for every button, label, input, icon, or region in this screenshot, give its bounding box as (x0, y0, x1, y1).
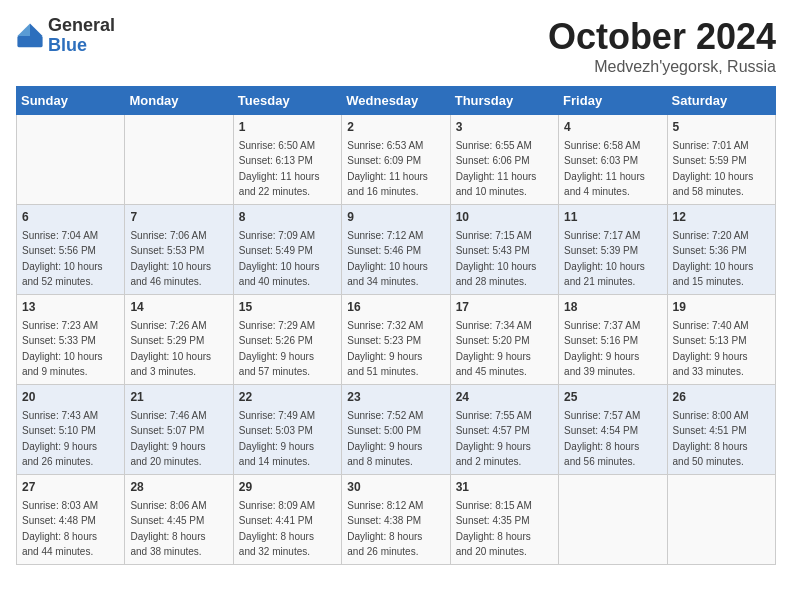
day-number: 6 (22, 209, 119, 226)
day-cell: 11Sunrise: 7:17 AM Sunset: 5:39 PM Dayli… (559, 205, 667, 295)
calendar-table: Sunday Monday Tuesday Wednesday Thursday… (16, 86, 776, 565)
week-row-2: 6Sunrise: 7:04 AM Sunset: 5:56 PM Daylig… (17, 205, 776, 295)
day-cell: 13Sunrise: 7:23 AM Sunset: 5:33 PM Dayli… (17, 295, 125, 385)
day-number: 8 (239, 209, 336, 226)
day-cell (125, 115, 233, 205)
day-cell: 26Sunrise: 8:00 AM Sunset: 4:51 PM Dayli… (667, 385, 775, 475)
col-tuesday: Tuesday (233, 87, 341, 115)
day-info: Sunrise: 7:43 AM Sunset: 5:10 PM Dayligh… (22, 410, 98, 468)
col-friday: Friday (559, 87, 667, 115)
day-info: Sunrise: 7:01 AM Sunset: 5:59 PM Dayligh… (673, 140, 754, 198)
day-cell: 6Sunrise: 7:04 AM Sunset: 5:56 PM Daylig… (17, 205, 125, 295)
day-cell (559, 475, 667, 565)
day-cell: 27Sunrise: 8:03 AM Sunset: 4:48 PM Dayli… (17, 475, 125, 565)
col-saturday: Saturday (667, 87, 775, 115)
day-cell: 29Sunrise: 8:09 AM Sunset: 4:41 PM Dayli… (233, 475, 341, 565)
day-cell: 30Sunrise: 8:12 AM Sunset: 4:38 PM Dayli… (342, 475, 450, 565)
day-cell: 17Sunrise: 7:34 AM Sunset: 5:20 PM Dayli… (450, 295, 558, 385)
day-info: Sunrise: 7:49 AM Sunset: 5:03 PM Dayligh… (239, 410, 315, 468)
day-number: 7 (130, 209, 227, 226)
title-month: October 2024 (548, 16, 776, 58)
day-info: Sunrise: 6:58 AM Sunset: 6:03 PM Dayligh… (564, 140, 645, 198)
svg-rect-2 (17, 36, 42, 47)
day-info: Sunrise: 7:12 AM Sunset: 5:46 PM Dayligh… (347, 230, 428, 288)
day-number: 2 (347, 119, 444, 136)
header: General Blue October 2024 Medvezh'yegors… (16, 16, 776, 76)
day-cell: 7Sunrise: 7:06 AM Sunset: 5:53 PM Daylig… (125, 205, 233, 295)
logo: General Blue (16, 16, 115, 56)
day-cell: 2Sunrise: 6:53 AM Sunset: 6:09 PM Daylig… (342, 115, 450, 205)
week-row-3: 13Sunrise: 7:23 AM Sunset: 5:33 PM Dayli… (17, 295, 776, 385)
day-number: 18 (564, 299, 661, 316)
day-number: 29 (239, 479, 336, 496)
day-info: Sunrise: 7:09 AM Sunset: 5:49 PM Dayligh… (239, 230, 320, 288)
day-cell: 5Sunrise: 7:01 AM Sunset: 5:59 PM Daylig… (667, 115, 775, 205)
day-number: 1 (239, 119, 336, 136)
day-cell: 23Sunrise: 7:52 AM Sunset: 5:00 PM Dayli… (342, 385, 450, 475)
day-number: 11 (564, 209, 661, 226)
day-cell: 31Sunrise: 8:15 AM Sunset: 4:35 PM Dayli… (450, 475, 558, 565)
day-number: 20 (22, 389, 119, 406)
day-number: 31 (456, 479, 553, 496)
day-cell: 15Sunrise: 7:29 AM Sunset: 5:26 PM Dayli… (233, 295, 341, 385)
day-info: Sunrise: 7:34 AM Sunset: 5:20 PM Dayligh… (456, 320, 532, 378)
day-cell: 19Sunrise: 7:40 AM Sunset: 5:13 PM Dayli… (667, 295, 775, 385)
week-row-5: 27Sunrise: 8:03 AM Sunset: 4:48 PM Dayli… (17, 475, 776, 565)
day-cell: 16Sunrise: 7:32 AM Sunset: 5:23 PM Dayli… (342, 295, 450, 385)
day-info: Sunrise: 7:29 AM Sunset: 5:26 PM Dayligh… (239, 320, 315, 378)
day-number: 3 (456, 119, 553, 136)
day-info: Sunrise: 7:37 AM Sunset: 5:16 PM Dayligh… (564, 320, 640, 378)
day-cell: 12Sunrise: 7:20 AM Sunset: 5:36 PM Dayli… (667, 205, 775, 295)
day-cell: 28Sunrise: 8:06 AM Sunset: 4:45 PM Dayli… (125, 475, 233, 565)
col-monday: Monday (125, 87, 233, 115)
logo-text: General Blue (48, 16, 115, 56)
day-number: 21 (130, 389, 227, 406)
svg-marker-0 (30, 23, 43, 36)
day-cell: 3Sunrise: 6:55 AM Sunset: 6:06 PM Daylig… (450, 115, 558, 205)
day-info: Sunrise: 7:04 AM Sunset: 5:56 PM Dayligh… (22, 230, 103, 288)
day-number: 28 (130, 479, 227, 496)
day-number: 25 (564, 389, 661, 406)
header-row: Sunday Monday Tuesday Wednesday Thursday… (17, 87, 776, 115)
week-row-1: 1Sunrise: 6:50 AM Sunset: 6:13 PM Daylig… (17, 115, 776, 205)
day-number: 16 (347, 299, 444, 316)
day-info: Sunrise: 8:03 AM Sunset: 4:48 PM Dayligh… (22, 500, 98, 558)
day-info: Sunrise: 8:09 AM Sunset: 4:41 PM Dayligh… (239, 500, 315, 558)
day-number: 22 (239, 389, 336, 406)
day-info: Sunrise: 7:26 AM Sunset: 5:29 PM Dayligh… (130, 320, 211, 378)
week-row-4: 20Sunrise: 7:43 AM Sunset: 5:10 PM Dayli… (17, 385, 776, 475)
day-cell: 9Sunrise: 7:12 AM Sunset: 5:46 PM Daylig… (342, 205, 450, 295)
col-thursday: Thursday (450, 87, 558, 115)
day-number: 14 (130, 299, 227, 316)
day-cell: 14Sunrise: 7:26 AM Sunset: 5:29 PM Dayli… (125, 295, 233, 385)
day-info: Sunrise: 7:52 AM Sunset: 5:00 PM Dayligh… (347, 410, 423, 468)
day-number: 15 (239, 299, 336, 316)
day-cell: 22Sunrise: 7:49 AM Sunset: 5:03 PM Dayli… (233, 385, 341, 475)
calendar-body: 1Sunrise: 6:50 AM Sunset: 6:13 PM Daylig… (17, 115, 776, 565)
day-number: 27 (22, 479, 119, 496)
day-cell: 25Sunrise: 7:57 AM Sunset: 4:54 PM Dayli… (559, 385, 667, 475)
day-info: Sunrise: 6:55 AM Sunset: 6:06 PM Dayligh… (456, 140, 537, 198)
day-info: Sunrise: 8:06 AM Sunset: 4:45 PM Dayligh… (130, 500, 206, 558)
day-number: 19 (673, 299, 770, 316)
day-cell: 24Sunrise: 7:55 AM Sunset: 4:57 PM Dayli… (450, 385, 558, 475)
day-info: Sunrise: 8:15 AM Sunset: 4:35 PM Dayligh… (456, 500, 532, 558)
day-info: Sunrise: 7:17 AM Sunset: 5:39 PM Dayligh… (564, 230, 645, 288)
day-number: 9 (347, 209, 444, 226)
day-cell: 8Sunrise: 7:09 AM Sunset: 5:49 PM Daylig… (233, 205, 341, 295)
day-info: Sunrise: 7:15 AM Sunset: 5:43 PM Dayligh… (456, 230, 537, 288)
day-number: 23 (347, 389, 444, 406)
title-area: October 2024 Medvezh'yegorsk, Russia (548, 16, 776, 76)
day-cell: 21Sunrise: 7:46 AM Sunset: 5:07 PM Dayli… (125, 385, 233, 475)
day-info: Sunrise: 6:50 AM Sunset: 6:13 PM Dayligh… (239, 140, 320, 198)
day-info: Sunrise: 7:55 AM Sunset: 4:57 PM Dayligh… (456, 410, 532, 468)
day-info: Sunrise: 7:20 AM Sunset: 5:36 PM Dayligh… (673, 230, 754, 288)
day-cell: 4Sunrise: 6:58 AM Sunset: 6:03 PM Daylig… (559, 115, 667, 205)
day-number: 13 (22, 299, 119, 316)
svg-marker-1 (17, 23, 30, 36)
col-wednesday: Wednesday (342, 87, 450, 115)
day-number: 26 (673, 389, 770, 406)
day-info: Sunrise: 6:53 AM Sunset: 6:09 PM Dayligh… (347, 140, 428, 198)
day-info: Sunrise: 8:12 AM Sunset: 4:38 PM Dayligh… (347, 500, 423, 558)
day-number: 24 (456, 389, 553, 406)
